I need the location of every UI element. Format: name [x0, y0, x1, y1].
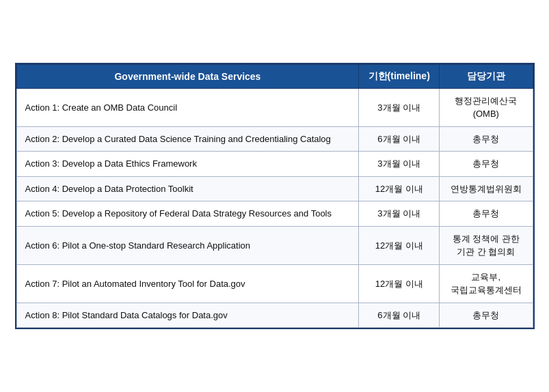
table-row: Action 2: Develop a Curated Data Science…: [16, 126, 533, 152]
timeline-cell: 6개월 이내: [359, 126, 440, 152]
table-row: Action 7: Pilot an Automated Inventory T…: [16, 264, 533, 303]
agency-cell: 총무청: [440, 126, 533, 152]
timeline-cell: 3개월 이내: [359, 201, 440, 227]
timeline-cell: 12개월 이내: [359, 226, 440, 264]
action-cell: Action 6: Pilot a One-stop Standard Rese…: [16, 226, 359, 264]
timeline-cell: 6개월 이내: [359, 303, 440, 328]
timeline-cell: 12개월 이내: [359, 176, 440, 201]
action-cell: Action 8: Pilot Standard Data Catalogs f…: [16, 303, 359, 328]
table-row: Action 1: Create an OMB Data Council3개월 …: [16, 88, 533, 126]
agency-cell: 연방통계법위원회: [440, 176, 533, 201]
action-cell: Action 3: Develop a Data Ethics Framewor…: [16, 152, 359, 177]
table-row: Action 5: Develop a Repository of Federa…: [16, 201, 533, 227]
col-header-agency: 담당기관: [440, 64, 533, 88]
action-cell: Action 5: Develop a Repository of Federa…: [16, 201, 359, 227]
timeline-cell: 3개월 이내: [359, 88, 440, 126]
table-row: Action 3: Develop a Data Ethics Framewor…: [16, 152, 533, 177]
action-cell: Action 7: Pilot an Automated Inventory T…: [16, 264, 359, 303]
agency-cell: 총무청: [440, 201, 533, 227]
data-services-table: Government-wide Data Services 기한(timelin…: [16, 64, 533, 328]
agency-cell: 통계 정책에 관한기관 간 협의회: [440, 226, 533, 264]
agency-cell: 총무청: [440, 152, 533, 177]
action-cell: Action 4: Develop a Data Protection Tool…: [16, 176, 359, 201]
timeline-cell: 12개월 이내: [359, 264, 440, 303]
main-table-wrapper: Government-wide Data Services 기한(timelin…: [15, 63, 535, 330]
table-row: Action 4: Develop a Data Protection Tool…: [16, 176, 533, 201]
col-header-service: Government-wide Data Services: [16, 64, 359, 88]
agency-cell: 행정관리예산국(OMB): [440, 88, 533, 126]
timeline-cell: 3개월 이내: [359, 152, 440, 177]
table-row: Action 6: Pilot a One-stop Standard Rese…: [16, 226, 533, 264]
action-cell: Action 1: Create an OMB Data Council: [16, 88, 359, 126]
col-header-timeline: 기한(timeline): [359, 64, 440, 88]
agency-cell: 총무청: [440, 303, 533, 328]
agency-cell: 교육부,국립교육통계센터: [440, 264, 533, 303]
table-row: Action 8: Pilot Standard Data Catalogs f…: [16, 303, 533, 328]
action-cell: Action 2: Develop a Curated Data Science…: [16, 126, 359, 152]
